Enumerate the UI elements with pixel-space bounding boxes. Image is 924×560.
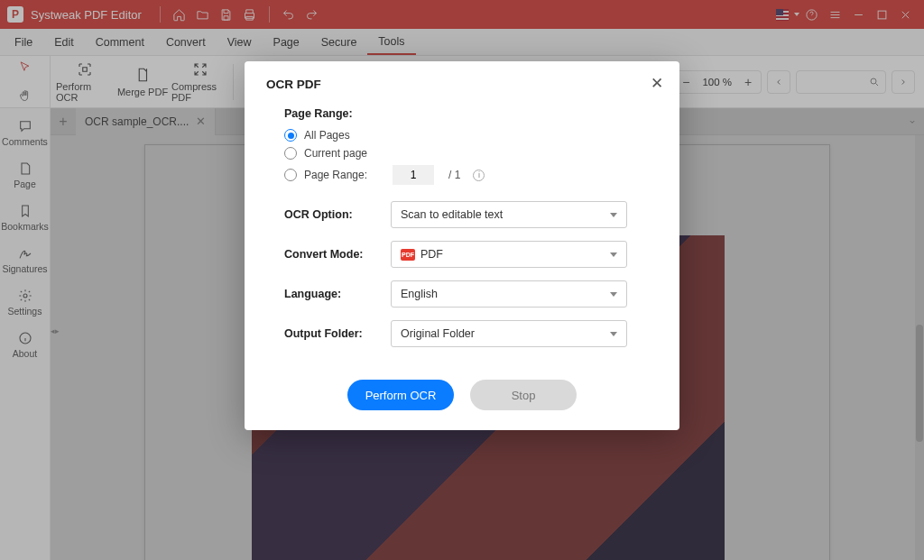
perform-ocr-button[interactable]: Perform OCR <box>347 380 454 410</box>
radio-all-pages-label: All Pages <box>304 129 350 142</box>
convert-mode-select[interactable]: PDF PDF <box>391 241 627 268</box>
stop-button[interactable]: Stop <box>470 380 577 410</box>
ocr-option-select[interactable]: Scan to editable text <box>391 201 627 228</box>
info-icon[interactable]: i <box>473 170 485 181</box>
modal-backdrop: ✕ OCR PDF Page Range: All Pages Current … <box>0 0 924 560</box>
ocr-option-label: OCR Option: <box>284 208 391 221</box>
page-range-input[interactable] <box>393 165 434 185</box>
dialog-title: OCR PDF <box>266 78 658 91</box>
language-select[interactable]: English <box>391 280 627 308</box>
language-label: Language: <box>284 288 391 300</box>
page-range-total: / 1 <box>448 169 460 181</box>
radio-current-page[interactable] <box>284 147 297 160</box>
radio-page-range[interactable] <box>284 169 297 181</box>
radio-all-pages[interactable] <box>284 129 297 142</box>
output-folder-label: Output Folder: <box>284 327 391 340</box>
radio-page-range-label: Page Range: <box>304 169 367 181</box>
dialog-close-icon[interactable]: ✕ <box>645 70 669 96</box>
convert-mode-label: Convert Mode: <box>284 248 391 261</box>
radio-current-page-label: Current page <box>304 147 367 160</box>
ocr-dialog: ✕ OCR PDF Page Range: All Pages Current … <box>245 61 679 430</box>
page-range-heading: Page Range: <box>284 107 658 120</box>
pdf-badge-icon: PDF <box>401 249 415 261</box>
output-folder-select[interactable]: Original Folder <box>391 320 627 347</box>
